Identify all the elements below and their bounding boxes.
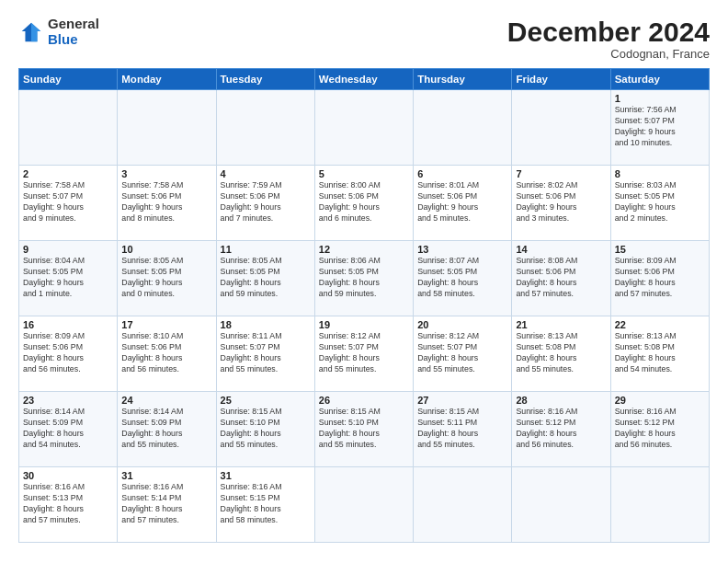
day-info: Sunrise: 7:58 AMSunset: 5:07 PMDaylight:… [23, 180, 113, 224]
day-info: Sunrise: 7:59 AMSunset: 5:06 PMDaylight:… [221, 180, 311, 224]
day-number: 28 [516, 395, 606, 406]
table-row: 26Sunrise: 8:15 AMSunset: 5:10 PMDayligh… [314, 392, 413, 467]
day-info: Sunrise: 8:05 AMSunset: 5:05 PMDaylight:… [221, 256, 311, 300]
title-block: December 2024 Codognan, France [507, 17, 710, 61]
day-number: 29 [615, 395, 705, 406]
table-row [610, 467, 709, 543]
table-row: 7Sunrise: 8:02 AMSunset: 5:06 PMDaylight… [512, 166, 610, 241]
table-row: 11Sunrise: 8:05 AMSunset: 5:05 PMDayligh… [216, 241, 314, 316]
day-number: 5 [319, 168, 409, 179]
day-info: Sunrise: 8:09 AMSunset: 5:06 PMDaylight:… [615, 256, 705, 300]
day-number: 8 [615, 168, 705, 179]
table-row: 19Sunrise: 8:12 AMSunset: 5:07 PMDayligh… [314, 316, 413, 392]
day-info: Sunrise: 8:16 AMSunset: 5:13 PMDaylight:… [23, 482, 113, 526]
calendar-week-row: 2Sunrise: 7:58 AMSunset: 5:07 PMDaylight… [19, 166, 710, 241]
calendar-week-row: 1Sunrise: 7:56 AMSunset: 5:07 PMDaylight… [19, 90, 710, 166]
table-row: 31Sunrise: 8:16 AMSunset: 5:15 PMDayligh… [216, 467, 314, 543]
day-number: 3 [121, 168, 211, 179]
day-info: Sunrise: 8:01 AMSunset: 5:06 PMDaylight:… [417, 180, 507, 224]
day-number: 15 [615, 244, 705, 255]
table-row: 24Sunrise: 8:14 AMSunset: 5:09 PMDayligh… [118, 392, 216, 467]
table-row: 29Sunrise: 8:16 AMSunset: 5:12 PMDayligh… [610, 392, 709, 467]
day-number: 30 [23, 470, 113, 481]
day-number: 23 [23, 395, 113, 406]
day-info: Sunrise: 8:06 AMSunset: 5:05 PMDaylight:… [319, 256, 409, 300]
month-title: December 2024 [507, 17, 710, 47]
table-row: 12Sunrise: 8:06 AMSunset: 5:05 PMDayligh… [314, 241, 413, 316]
day-number: 17 [121, 319, 211, 330]
table-row [314, 467, 413, 543]
day-number: 11 [221, 244, 311, 255]
day-info: Sunrise: 8:15 AMSunset: 5:10 PMDaylight:… [221, 407, 311, 451]
page-header: General Blue December 2024 Codognan, Fra… [18, 17, 710, 61]
day-number: 16 [23, 319, 113, 330]
day-info: Sunrise: 8:12 AMSunset: 5:07 PMDaylight:… [417, 331, 507, 375]
calendar-page: General Blue December 2024 Codognan, Fra… [0, 0, 728, 563]
table-row: 21Sunrise: 8:13 AMSunset: 5:08 PMDayligh… [512, 316, 610, 392]
table-row: 3Sunrise: 7:58 AMSunset: 5:06 PMDaylight… [118, 166, 216, 241]
logo: General Blue [18, 17, 99, 47]
day-info: Sunrise: 8:07 AMSunset: 5:05 PMDaylight:… [417, 256, 507, 300]
day-info: Sunrise: 8:13 AMSunset: 5:08 PMDaylight:… [615, 331, 705, 375]
day-info: Sunrise: 8:14 AMSunset: 5:09 PMDaylight:… [121, 407, 211, 451]
calendar-week-row: 30Sunrise: 8:16 AMSunset: 5:13 PMDayligh… [19, 467, 710, 543]
day-number: 18 [221, 319, 311, 330]
table-row: 31Sunrise: 8:16 AMSunset: 5:14 PMDayligh… [118, 467, 216, 543]
table-row [512, 90, 610, 166]
day-info: Sunrise: 8:05 AMSunset: 5:05 PMDaylight:… [121, 256, 211, 300]
col-wednesday: Wednesday [314, 69, 413, 90]
day-number: 13 [417, 244, 507, 255]
day-number: 7 [516, 168, 606, 179]
day-info: Sunrise: 8:16 AMSunset: 5:15 PMDaylight:… [221, 482, 311, 526]
table-row: 13Sunrise: 8:07 AMSunset: 5:05 PMDayligh… [414, 241, 512, 316]
day-number: 27 [417, 395, 507, 406]
day-info: Sunrise: 8:13 AMSunset: 5:08 PMDaylight:… [516, 331, 606, 375]
table-row: 8Sunrise: 8:03 AMSunset: 5:05 PMDaylight… [610, 166, 709, 241]
table-row [19, 90, 118, 166]
table-row: 14Sunrise: 8:08 AMSunset: 5:06 PMDayligh… [512, 241, 610, 316]
table-row [216, 90, 314, 166]
day-number: 25 [221, 395, 311, 406]
day-number: 2 [23, 168, 113, 179]
calendar-week-row: 9Sunrise: 8:04 AMSunset: 5:05 PMDaylight… [19, 241, 710, 316]
day-info: Sunrise: 8:15 AMSunset: 5:10 PMDaylight:… [319, 407, 409, 451]
col-sunday: Sunday [19, 69, 118, 90]
table-row: 25Sunrise: 8:15 AMSunset: 5:10 PMDayligh… [216, 392, 314, 467]
day-info: Sunrise: 8:16 AMSunset: 5:12 PMDaylight:… [516, 407, 606, 451]
day-number: 26 [319, 395, 409, 406]
table-row: 20Sunrise: 8:12 AMSunset: 5:07 PMDayligh… [414, 316, 512, 392]
table-row [314, 90, 413, 166]
table-row: 15Sunrise: 8:09 AMSunset: 5:06 PMDayligh… [610, 241, 709, 316]
calendar-week-row: 23Sunrise: 8:14 AMSunset: 5:09 PMDayligh… [19, 392, 710, 467]
table-row: 30Sunrise: 8:16 AMSunset: 5:13 PMDayligh… [19, 467, 118, 543]
table-row: 10Sunrise: 8:05 AMSunset: 5:05 PMDayligh… [118, 241, 216, 316]
table-row: 17Sunrise: 8:10 AMSunset: 5:06 PMDayligh… [118, 316, 216, 392]
table-row: 5Sunrise: 8:00 AMSunset: 5:06 PMDaylight… [314, 166, 413, 241]
day-info: Sunrise: 8:15 AMSunset: 5:11 PMDaylight:… [417, 407, 507, 451]
col-friday: Friday [512, 69, 610, 90]
day-info: Sunrise: 7:56 AMSunset: 5:07 PMDaylight:… [615, 105, 705, 149]
day-info: Sunrise: 8:08 AMSunset: 5:06 PMDaylight:… [516, 256, 606, 300]
table-row [414, 90, 512, 166]
day-number: 6 [417, 168, 507, 179]
col-thursday: Thursday [414, 69, 512, 90]
location: Codognan, France [507, 47, 710, 61]
day-info: Sunrise: 7:58 AMSunset: 5:06 PMDaylight:… [121, 180, 211, 224]
table-row: 18Sunrise: 8:11 AMSunset: 5:07 PMDayligh… [216, 316, 314, 392]
table-row: 22Sunrise: 8:13 AMSunset: 5:08 PMDayligh… [610, 316, 709, 392]
day-number: 22 [615, 319, 705, 330]
table-row: 1Sunrise: 7:56 AMSunset: 5:07 PMDaylight… [610, 90, 709, 166]
col-monday: Monday [118, 69, 216, 90]
logo-icon [18, 19, 44, 45]
day-info: Sunrise: 8:09 AMSunset: 5:06 PMDaylight:… [23, 331, 113, 375]
day-number: 20 [417, 319, 507, 330]
day-info: Sunrise: 8:03 AMSunset: 5:05 PMDaylight:… [615, 180, 705, 224]
day-info: Sunrise: 8:14 AMSunset: 5:09 PMDaylight:… [23, 407, 113, 451]
table-row: 4Sunrise: 7:59 AMSunset: 5:06 PMDaylight… [216, 166, 314, 241]
logo-blue: Blue [48, 32, 99, 48]
logo-text: General Blue [48, 17, 99, 47]
day-info: Sunrise: 8:04 AMSunset: 5:05 PMDaylight:… [23, 256, 113, 300]
calendar-table: Sunday Monday Tuesday Wednesday Thursday… [18, 68, 710, 543]
day-number: 31 [221, 470, 311, 481]
table-row: 9Sunrise: 8:04 AMSunset: 5:05 PMDaylight… [19, 241, 118, 316]
